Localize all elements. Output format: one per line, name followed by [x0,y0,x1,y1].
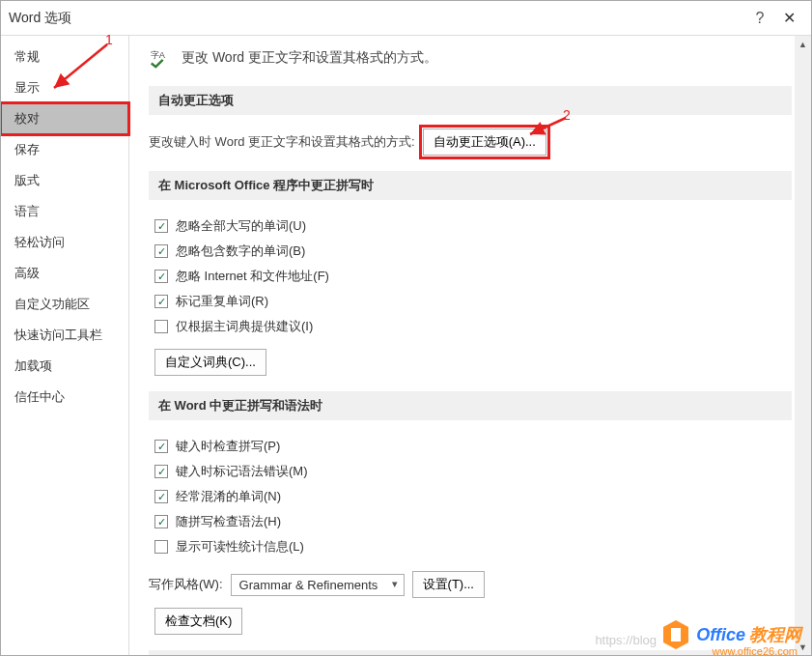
cb-ignore-internet[interactable] [154,270,168,283]
scroll-up-arrow[interactable]: ▲ [795,36,811,52]
watermark-faint: https://blog [595,633,657,647]
autocorrect-label: 更改键入时 Word 更正文字和设置其格式的方式: [149,133,415,151]
cb-grammar-with-spelling-label: 随拼写检查语法(H) [176,513,281,530]
vertical-scrollbar[interactable]: ▲ ▼ [795,36,811,655]
cb-mark-grammar-label: 键入时标记语法错误(M) [176,463,308,480]
cb-ignore-internet-label: 忽略 Internet 和文件地址(F) [176,268,329,285]
cb-ignore-uppercase-label: 忽略全部大写的单词(U) [176,217,306,235]
sidebar: 常规 显示 校对 保存 版式 语言 轻松访问 高级 自定义功能区 快速访问工具栏… [1,36,129,655]
svg-text:字A: 字A [151,50,166,60]
cb-confused-words-row: 经常混淆的单词(N) [149,484,792,509]
proofing-icon: 字A [149,47,170,69]
cb-ignore-numbers-row: 忽略包含数字的单词(B) [149,239,792,264]
cb-mark-grammar[interactable] [154,465,168,478]
section-office-spelling: 在 Microsoft Office 程序中更正拼写时 忽略全部大写的单词(U)… [149,171,792,376]
writing-style-label: 写作风格(W): [149,576,223,593]
window-title: Word 选项 [9,10,745,27]
cb-main-dict-row: 仅根据主词典提供建议(I) [149,314,792,339]
autocorrect-options-button[interactable]: 自动更正选项(A)... [423,128,546,156]
cb-main-dict-label: 仅根据主词典提供建议(I) [176,318,313,335]
sidebar-item-addins[interactable]: 加载项 [1,351,128,382]
heading-office-spelling: 在 Microsoft Office 程序中更正拼写时 [149,171,792,200]
cb-mark-grammar-row: 键入时标记语法错误(M) [149,459,792,484]
heading-word-spelling: 在 Word 中更正拼写和语法时 [149,391,792,420]
watermark-brand2: 教程网 [749,623,801,646]
sidebar-item-language[interactable]: 语言 [1,196,128,227]
cb-flag-repeated-row: 标记重复单词(R) [149,289,792,314]
section-word-spelling: 在 Word 中更正拼写和语法时 键入时检查拼写(P) 键入时标记语法错误(M)… [149,391,792,635]
cb-readability-row: 显示可读性统计信息(L) [149,534,792,559]
cb-readability[interactable] [154,540,168,554]
cb-confused-words-label: 经常混淆的单词(N) [176,488,281,505]
sidebar-item-general[interactable]: 常规 [1,42,128,72]
section-autocorrect: 自动更正选项 更改键入时 Word 更正文字和设置其格式的方式: 自动更正选项(… [149,86,792,156]
cb-check-spelling-label: 键入时检查拼写(P) [176,438,280,455]
settings-button[interactable]: 设置(T)... [412,571,485,598]
sidebar-item-save[interactable]: 保存 [1,134,128,165]
sidebar-item-proofing[interactable]: 校对 [1,103,128,134]
heading-autocorrect: 自动更正选项 [149,86,792,115]
cb-ignore-numbers-label: 忽略包含数字的单词(B) [176,242,305,260]
sidebar-item-layout[interactable]: 版式 [1,165,128,196]
sidebar-item-quick-access[interactable]: 快速访问工具栏 [1,320,128,351]
sidebar-item-trust-center[interactable]: 信任中心 [1,382,128,413]
sidebar-item-display[interactable]: 显示 [1,72,128,103]
cb-ignore-numbers[interactable] [154,244,168,258]
cb-ignore-uppercase-row: 忽略全部大写的单词(U) [149,214,792,239]
svg-rect-6 [671,628,681,642]
cb-confused-words[interactable] [154,490,168,503]
word-options-window: Word 选项 ? ✕ 常规 显示 校对 保存 版式 语言 轻松访问 高级 自定… [0,0,812,656]
check-document-button[interactable]: 检查文档(K) [154,608,242,635]
content-pane: 字A 更改 Word 更正文字和设置其格式的方式。 自动更正选项 更改键入时 W… [129,36,811,655]
cb-flag-repeated-label: 标记重复单词(R) [176,293,268,310]
cb-check-spelling[interactable] [154,440,168,453]
cb-flag-repeated[interactable] [154,295,168,308]
page-header: 字A 更改 Word 更正文字和设置其格式的方式。 [149,47,792,69]
cb-readability-label: 显示可读性统计信息(L) [176,538,304,556]
close-button[interactable]: ✕ [774,9,803,27]
office-logo-icon [659,618,692,651]
cb-check-spelling-row: 键入时检查拼写(P) [149,434,792,459]
cb-main-dict[interactable] [154,320,168,333]
writing-style-dropdown[interactable]: Grammar & Refinements [231,574,405,596]
sidebar-item-customize-ribbon[interactable]: 自定义功能区 [1,289,128,320]
custom-dictionaries-button[interactable]: 自定义词典(C)... [154,349,266,376]
cb-ignore-internet-row: 忽略 Internet 和文件地址(F) [149,264,792,289]
sidebar-item-accessibility[interactable]: 轻松访问 [1,227,128,258]
help-button[interactable]: ? [745,10,774,27]
cb-ignore-uppercase[interactable] [154,219,168,233]
watermark-url: www.office26.com [713,645,798,656]
dialog-body: 常规 显示 校对 保存 版式 语言 轻松访问 高级 自定义功能区 快速访问工具栏… [1,36,811,655]
page-description: 更改 Word 更正文字和设置其格式的方式。 [182,49,437,67]
sidebar-item-advanced[interactable]: 高级 [1,258,128,289]
watermark-brand1: Office [696,625,745,645]
cb-grammar-with-spelling-row: 随拼写检查语法(H) [149,509,792,534]
titlebar: Word 选项 ? ✕ [1,1,811,36]
cb-grammar-with-spelling[interactable] [154,515,168,528]
